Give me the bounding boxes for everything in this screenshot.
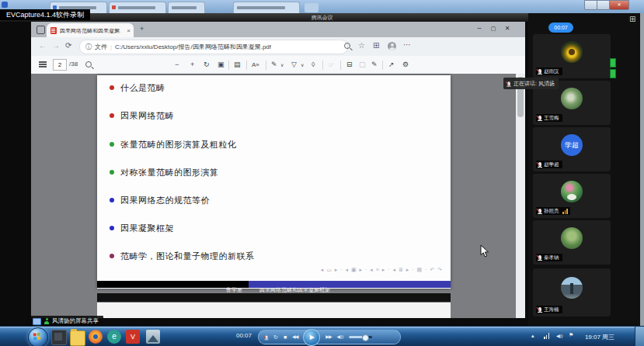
slide-bullet: 因果网络态的规范等价 bbox=[110, 195, 210, 206]
volume-tray-icon[interactable]: ◀)) bbox=[556, 333, 563, 338]
bullet-dot bbox=[110, 254, 114, 258]
volume-slider[interactable] bbox=[349, 336, 372, 338]
participant-avatar bbox=[561, 277, 583, 299]
zoom-page-icon[interactable] bbox=[344, 43, 350, 49]
speaking-tooltip: 正在讲话: 风清扬 bbox=[503, 78, 559, 89]
zoom-out-icon[interactable]: − bbox=[175, 56, 179, 74]
highlight-caret-icon[interactable]: ∨ bbox=[301, 57, 304, 74]
show-desktop-button[interactable] bbox=[635, 327, 644, 346]
pdf-scrollbar[interactable] bbox=[516, 74, 525, 318]
rewind-icon[interactable]: ◀◀ bbox=[292, 331, 298, 343]
slide-footer-author: 鲁学星 bbox=[226, 287, 249, 292]
forward-icon[interactable]: → bbox=[52, 41, 60, 50]
draw-caret-icon[interactable]: ∨ bbox=[280, 57, 284, 74]
pdf-toolbar: /38 − + ↻ ▣ ▤ A» ✎ ∨ ▽ ∨ ◊ ☞ ⊟ ▢ ✎ ↗ ⚙ bbox=[31, 56, 525, 74]
action-center-icon[interactable]: ⚑ bbox=[569, 332, 573, 338]
pdf-file-icon bbox=[50, 27, 57, 34]
slide-bullet: 对称张量范畴的图形演算 bbox=[110, 167, 219, 178]
participant-tile[interactable]: 赵雨汉 bbox=[533, 34, 611, 78]
red-app-icon[interactable]: V bbox=[126, 330, 140, 344]
layout-grid-icon[interactable]: ⊞ bbox=[629, 15, 635, 23]
contents-icon[interactable] bbox=[39, 61, 47, 63]
start-button[interactable] bbox=[28, 327, 48, 346]
page-view-icon[interactable]: ▤ bbox=[234, 56, 241, 74]
tab-close-icon[interactable]: × bbox=[127, 27, 131, 34]
minimize-button[interactable] bbox=[584, 0, 597, 10]
url-field[interactable]: ⓘ 文件 | C:/Users/xxlu/Desktop/报告/因果网络范畴和因… bbox=[79, 40, 348, 54]
player-controls: ↻ ■ ◀◀ ▶ ▶▶ ◀)) bbox=[258, 330, 401, 344]
bullet-dot bbox=[110, 170, 114, 175]
participant-tile[interactable]: 孙照亮 bbox=[533, 174, 611, 218]
mouse-cursor bbox=[480, 244, 489, 258]
network-icon[interactable] bbox=[544, 333, 550, 339]
bullet-dot bbox=[110, 142, 114, 147]
highlight-icon[interactable]: ▽ bbox=[291, 56, 297, 74]
edge-close-icon[interactable]: ✕ bbox=[500, 25, 514, 32]
read-aloud-icon[interactable]: A» bbox=[252, 56, 259, 74]
taskbar-app-icon[interactable] bbox=[51, 330, 67, 345]
erase-icon[interactable]: ◊ bbox=[312, 56, 315, 74]
bullet-dot bbox=[110, 226, 114, 230]
firefox-icon[interactable] bbox=[89, 330, 103, 344]
hand-tool-icon[interactable]: ☞ bbox=[328, 56, 334, 74]
folder-icon[interactable] bbox=[70, 330, 85, 346]
participant-tile[interactable]: 秦孝钠 bbox=[533, 220, 611, 265]
repeat-icon[interactable]: ↻ bbox=[273, 331, 278, 343]
browser-e-icon[interactable]: e bbox=[107, 330, 121, 344]
stop-icon[interactable]: ■ bbox=[284, 331, 287, 343]
collections-icon[interactable]: ⊞ bbox=[373, 41, 379, 50]
slide-bullet: 张量范畴的图形演算及粗粒化 bbox=[110, 139, 237, 150]
settings-gear-icon[interactable]: ⚙ bbox=[402, 56, 409, 74]
beamer-nav-symbols[interactable]: ◂ ▭ ▸ · ◂ ▣ ▸ · ◂ ≡ ▸ · ◂ ≣ ▸ · ▤ · ↶ ↷ bbox=[321, 267, 443, 273]
draw-icon[interactable]: ✎ bbox=[271, 56, 277, 74]
pdf-search-icon[interactable] bbox=[85, 61, 92, 67]
participant-tile[interactable]: 学超 赵学超 bbox=[533, 127, 611, 171]
taskbar-clock[interactable]: 19:07 周三 bbox=[578, 333, 621, 341]
refresh-icon[interactable]: ⟳ bbox=[65, 41, 71, 50]
tab-pdf[interactable]: 因果网络范畴和因果凝聚.pdf × bbox=[47, 23, 134, 37]
mic-muted-icon bbox=[538, 209, 541, 213]
participant-avatar bbox=[561, 88, 583, 109]
zoom-in-icon[interactable]: + bbox=[190, 56, 194, 74]
play-button[interactable]: ▶ bbox=[303, 329, 320, 346]
rotate-icon[interactable]: ↻ bbox=[204, 56, 210, 74]
capture-region-handle[interactable] bbox=[610, 69, 616, 78]
fit-page-icon[interactable]: ▣ bbox=[218, 56, 225, 74]
print-icon[interactable]: ⊟ bbox=[346, 56, 353, 74]
edge-tabstrip: 因果网络范畴和因果凝聚.pdf × + – ▢ ✕ bbox=[31, 22, 525, 37]
edit-icon[interactable]: ✎ bbox=[371, 56, 378, 74]
background-tab[interactable] bbox=[109, 2, 166, 14]
presenter-icon bbox=[44, 318, 49, 324]
edge-maximize-icon[interactable]: ▢ bbox=[486, 26, 500, 32]
close-icon[interactable]: ✕ bbox=[609, 0, 629, 10]
back-icon[interactable]: ← bbox=[39, 41, 47, 50]
expand-icon[interactable]: ↗ bbox=[388, 56, 395, 74]
background-tab[interactable] bbox=[168, 2, 205, 14]
tray-expand-icon[interactable]: ▴ bbox=[531, 333, 534, 339]
slide-footer-title-box: 因果网络范畴和因果凝聚框架 bbox=[249, 281, 451, 288]
record-mic-icon[interactable] bbox=[265, 335, 267, 339]
share-banner-text: 风清扬的屏幕共享 bbox=[52, 317, 99, 325]
favorites-star-icon[interactable]: ☆ bbox=[358, 41, 365, 50]
info-icon: ⓘ bbox=[85, 43, 92, 51]
new-tab-stub[interactable] bbox=[305, 3, 319, 12]
slide-bullet: 什么是范畴 bbox=[110, 82, 165, 93]
edge-minimize-icon[interactable]: – bbox=[472, 24, 486, 32]
profile-avatar-icon[interactable] bbox=[388, 42, 396, 50]
tab-actions-icon[interactable] bbox=[37, 26, 45, 34]
more-menu-icon[interactable]: ⋯ bbox=[403, 40, 411, 49]
photo-app-icon[interactable] bbox=[146, 330, 160, 344]
maximize-button[interactable] bbox=[597, 0, 610, 10]
capture-region-handle[interactable] bbox=[610, 58, 616, 67]
page-number-input[interactable] bbox=[53, 59, 67, 71]
new-tab-icon[interactable]: + bbox=[140, 25, 144, 33]
mic-muted-icon bbox=[538, 307, 541, 312]
fast-forward-icon[interactable]: ▶▶ bbox=[325, 331, 331, 343]
background-tab[interactable] bbox=[233, 2, 300, 14]
next-page-top bbox=[97, 303, 451, 318]
volume-icon[interactable]: ◀)) bbox=[337, 331, 344, 343]
speaking-tooltip-text: 正在讲话: 风清扬 bbox=[513, 80, 555, 88]
url-scheme-label: 文件 bbox=[95, 43, 107, 51]
save-icon[interactable]: ▢ bbox=[359, 56, 366, 74]
participant-tile[interactable]: 王海楠 bbox=[533, 268, 611, 317]
